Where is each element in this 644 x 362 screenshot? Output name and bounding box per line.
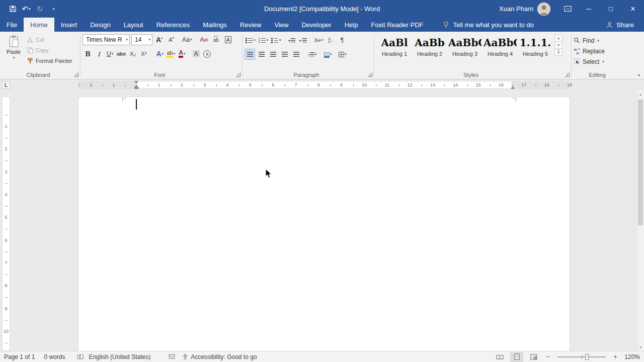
shading-button[interactable]: ▾ (323, 49, 334, 60)
styles-more-button[interactable]: ▾ (554, 48, 562, 56)
select-button[interactable]: Select ▾ (574, 56, 625, 67)
text-effects-button[interactable]: A▾ (154, 48, 165, 59)
italic-button[interactable]: I (94, 48, 104, 59)
tab-design[interactable]: Design (84, 18, 117, 32)
tell-me-box[interactable]: Tell me what you want to do (443, 18, 533, 32)
style-heading-4[interactable]: AaBbCHeading 4 (483, 35, 517, 58)
maximize-button[interactable]: □ (600, 0, 622, 18)
tab-layout[interactable]: Layout (117, 18, 150, 32)
show-hide-pilcrow-button[interactable]: ¶ (337, 35, 347, 46)
account-name[interactable]: Xuan Pham (499, 5, 533, 13)
zoom-slider-thumb[interactable] (585, 354, 589, 360)
minimize-button[interactable]: ─ (578, 0, 600, 18)
customize-quick-access-button[interactable]: ▾ (47, 3, 60, 16)
sort-button[interactable]: AZ↓ (325, 35, 336, 46)
styles-dialog-launcher[interactable] (565, 72, 570, 77)
decrease-indent-button[interactable]: ◄ (286, 35, 297, 46)
borders-button[interactable]: ▾ (338, 49, 348, 60)
superscript-button[interactable]: X² (138, 48, 149, 59)
share-button[interactable]: Share (596, 18, 644, 32)
style-heading-1[interactable]: AaBlHeading 1 (377, 35, 412, 58)
styles-scroll-down-button[interactable]: ▾ (554, 41, 562, 49)
align-right-button[interactable] (268, 49, 278, 60)
tab-insert[interactable]: Insert (54, 18, 84, 32)
line-spacing-button[interactable]: ↕▾ (306, 49, 318, 60)
save-button[interactable] (6, 3, 19, 16)
read-mode-button[interactable] (493, 352, 506, 362)
text-highlight-button[interactable]: ab▾ (166, 48, 176, 59)
copy-button[interactable]: Copy (27, 45, 72, 55)
zoom-level[interactable]: 120% (623, 353, 640, 360)
scroll-up-button[interactable]: ▴ (637, 90, 644, 98)
style-heading-5[interactable]: 1.1.1.Heading 5 (518, 35, 552, 58)
undo-button[interactable]: ↶▾ (20, 3, 33, 16)
character-border-button[interactable]: A (223, 34, 233, 45)
font-dialog-launcher[interactable] (236, 72, 240, 77)
tab-review[interactable]: Review (233, 18, 268, 32)
scrollbar-thumb[interactable] (638, 100, 643, 225)
style-heading-2[interactable]: AaBbHeading 2 (413, 35, 447, 58)
tab-help[interactable]: Help (338, 18, 365, 32)
change-case-button[interactable]: Aa▾ (181, 34, 193, 45)
align-center-button[interactable] (256, 49, 267, 60)
paragraph-dialog-launcher[interactable] (368, 72, 372, 77)
paste-button[interactable]: Paste ▾ (2, 33, 25, 71)
first-line-indent-marker[interactable] (134, 81, 138, 84)
phonetic-guide-button[interactable]: ab (211, 34, 221, 45)
vertical-ruler[interactable]: 12345678910 (2, 97, 10, 351)
distribute-button[interactable] (291, 49, 301, 60)
tab-stop-selector[interactable]: L (2, 81, 10, 89)
scroll-down-button[interactable]: ▾ (637, 343, 644, 351)
tab-mailings[interactable]: Mailings (196, 18, 233, 32)
tab-developer[interactable]: Developer (295, 18, 338, 32)
print-layout-button[interactable] (510, 352, 523, 362)
collapse-ribbon-button[interactable]: ▴ (638, 72, 640, 77)
style-heading-3[interactable]: AaBbCHeading 3 (448, 35, 482, 58)
shrink-font-button[interactable]: A▾ (166, 34, 177, 45)
page-count[interactable]: Page 1 of 1 (4, 353, 35, 360)
tab-foxit-reader-pdf[interactable]: Foxit Reader PDF (364, 18, 430, 32)
find-button[interactable]: Find ▾ (574, 35, 625, 46)
clear-formatting-button[interactable]: A (199, 34, 209, 45)
font-name-combobox[interactable]: Times New R ▾ (83, 34, 130, 45)
macro-record-button[interactable] (169, 354, 175, 359)
clipboard-dialog-launcher[interactable] (74, 72, 78, 77)
tab-home[interactable]: Home (24, 18, 54, 32)
grow-font-button[interactable]: A▴ (154, 34, 165, 45)
ribbon-display-options-button[interactable] (557, 0, 578, 18)
strikethrough-button[interactable]: abe (116, 48, 127, 59)
accessibility-status[interactable]: Accessibility: Good to go (182, 353, 257, 360)
left-indent-marker[interactable] (134, 87, 139, 89)
format-painter-button[interactable]: Format Painter (27, 55, 72, 66)
tab-references[interactable]: References (150, 18, 196, 32)
zoom-in-button[interactable]: + (612, 353, 619, 360)
document-page[interactable] (78, 97, 570, 351)
zoom-slider[interactable] (557, 356, 606, 357)
subscript-button[interactable]: X₂ (127, 48, 138, 59)
cut-button[interactable]: Cut (27, 34, 72, 45)
bold-button[interactable]: B (83, 48, 93, 59)
styles-scroll-up-button[interactable]: ▴ (554, 34, 562, 42)
replace-button[interactable]: abac Replace (574, 46, 625, 56)
zoom-out-button[interactable]: − (544, 353, 551, 360)
avatar[interactable] (537, 3, 550, 16)
tab-file[interactable]: File (0, 18, 24, 32)
align-left-button[interactable] (245, 49, 255, 60)
multilevel-list-button[interactable]: ▾ (270, 35, 282, 46)
right-indent-marker[interactable] (511, 86, 515, 89)
enclose-characters-button[interactable]: a (202, 48, 212, 59)
character-shading-button[interactable]: A (191, 48, 201, 59)
justify-button[interactable] (279, 49, 290, 60)
word-count[interactable]: 0 words (44, 353, 65, 360)
asian-layout-button[interactable]: X⇄▾ (313, 35, 325, 46)
proofing-status[interactable] (77, 354, 84, 360)
horizontal-ruler[interactable]: 2112345678910111213141516171819 (78, 81, 570, 89)
vertical-scrollbar[interactable]: ▴ ▾ (636, 90, 644, 351)
close-button[interactable]: × (622, 0, 644, 18)
web-layout-button[interactable] (527, 352, 540, 362)
redo-button[interactable]: ↻ (33, 3, 46, 16)
tab-view[interactable]: View (268, 18, 295, 32)
bullets-button[interactable]: ▾ (245, 35, 257, 46)
increase-indent-button[interactable]: ► (298, 35, 308, 46)
language-status[interactable]: English (United States) (89, 353, 150, 360)
